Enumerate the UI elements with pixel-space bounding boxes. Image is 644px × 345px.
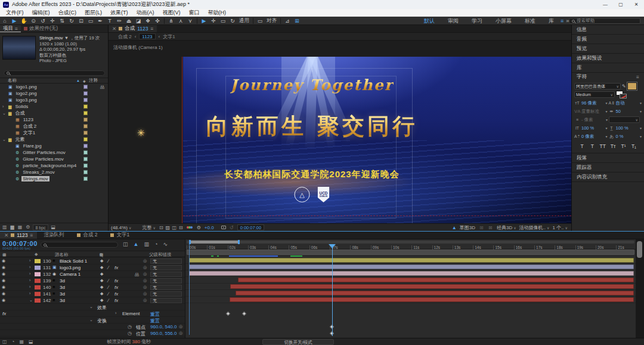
parent-pickwhip-icon[interactable]: ◎ bbox=[143, 285, 147, 289]
orbit-camera-tool-icon[interactable]: ↺ bbox=[38, 17, 48, 25]
fast-previews-icon[interactable]: ⊞ bbox=[478, 225, 485, 230]
project-item-row[interactable]: ⚙ Strings.mov bbox=[0, 175, 108, 182]
project-search-input[interactable] bbox=[4, 70, 105, 76]
timeline-graph-area[interactable]: :00s01s02s03s04s05s06s07s08s09s10s11s12s… bbox=[185, 239, 636, 338]
layer-name[interactable]: 3d bbox=[60, 298, 65, 303]
tab-composition-1123[interactable]: ✕ 合成 1123 ≡ bbox=[109, 25, 157, 32]
font-style-dropdown[interactable]: Medium∨ bbox=[574, 91, 615, 98]
layer-label-chip[interactable] bbox=[35, 259, 41, 263]
new-folder-icon[interactable]: ▆ bbox=[11, 224, 14, 230]
panel-menu-icon[interactable]: ≡ bbox=[15, 26, 18, 32]
layer-visibility-toggle[interactable]: ◉ bbox=[2, 298, 5, 303]
layer-name[interactable]: logo3.png bbox=[60, 265, 80, 270]
adjust-exposure-icon[interactable]: ⊠ bbox=[487, 225, 494, 230]
layer-visibility-toggle[interactable]: ◉ bbox=[2, 272, 5, 276]
layer-name[interactable]: Camera 1 bbox=[60, 272, 80, 277]
layer-fx-switch[interactable]: fx bbox=[114, 285, 118, 290]
parent-dropdown[interactable]: 无 bbox=[150, 278, 182, 284]
layer-bar-row[interactable] bbox=[185, 284, 636, 290]
brush-tool-icon[interactable]: ✏ bbox=[114, 17, 124, 25]
faux-style-button[interactable]: T¹ bbox=[620, 143, 628, 149]
draft-3d-label[interactable]: 草图3D bbox=[460, 224, 475, 231]
clone-stamp-tool-icon[interactable]: ⏏ bbox=[124, 17, 134, 25]
footage-name[interactable]: Strings.mov bbox=[39, 35, 63, 41]
folder-caret-icon[interactable]: ⌄ bbox=[2, 137, 6, 142]
label-color-chip[interactable] bbox=[83, 85, 88, 89]
layer-quality-slash[interactable]: ∕ bbox=[108, 298, 109, 303]
layer-quality-slash[interactable]: ∕ bbox=[108, 278, 109, 284]
playhead-line[interactable] bbox=[332, 244, 333, 336]
parent-pickwhip-icon[interactable]: ◎ bbox=[143, 265, 147, 270]
panel-section-header[interactable]: 信息 bbox=[572, 25, 644, 35]
stroke-style-dropdown[interactable]: ∨ bbox=[609, 116, 640, 123]
motion-blur-footer-icon[interactable]: ⬓ bbox=[29, 339, 33, 344]
panel-section-header[interactable]: 跟踪器 bbox=[572, 163, 644, 172]
faux-style-button[interactable]: Tт bbox=[609, 143, 617, 149]
menu-item[interactable]: 视图(V) bbox=[159, 9, 185, 17]
layer-visibility-toggle[interactable]: ◉ bbox=[2, 285, 5, 289]
tab-close-icon[interactable]: ✕ bbox=[4, 232, 8, 238]
layer-expand-caret[interactable]: › bbox=[29, 272, 30, 276]
character-panel-title[interactable]: 字符 bbox=[577, 73, 587, 81]
eraser-tool-icon[interactable]: ◪ bbox=[134, 17, 143, 25]
timeline-layer-row[interactable]: ◉ › 139 ■ 3d ◆ ∕ fx ◎ 无 bbox=[0, 278, 185, 284]
layer-bar-row[interactable] bbox=[185, 277, 636, 284]
folder-caret-icon[interactable]: ⌄ bbox=[2, 111, 6, 116]
puppet-pin-tool-icon[interactable]: ✜ bbox=[153, 17, 162, 25]
faux-style-button[interactable]: T₁ bbox=[630, 143, 638, 149]
tab-project[interactable]: 项目 ≡ bbox=[0, 25, 21, 32]
layer-property-row[interactable]: ◷ 锚点 960.0, 540.0 ◎ bbox=[0, 324, 185, 330]
workspace-tab[interactable]: 库 bbox=[549, 17, 554, 25]
panel-section-header[interactable]: 内容识别填充 bbox=[572, 172, 644, 182]
project-item-row[interactable]: ⌄ ▆ 元素 bbox=[0, 136, 108, 143]
project-item-row[interactable]: ▦ 1123 bbox=[0, 116, 108, 123]
hand-tool-icon[interactable]: ✋ bbox=[19, 17, 29, 25]
zoom-tool-icon[interactable]: ⊙ bbox=[29, 17, 38, 25]
layer-expand-caret[interactable]: › bbox=[29, 291, 30, 295]
layer-quality-switch[interactable]: ◆ bbox=[100, 272, 103, 276]
project-item-name[interactable]: Strings.mov bbox=[21, 176, 49, 181]
leading-value[interactable]: 自动 bbox=[616, 100, 625, 106]
draft-3d-icon[interactable]: ▲ bbox=[452, 225, 457, 230]
project-item-row[interactable]: ⚙ Glow Particles.mov bbox=[0, 156, 108, 162]
crumb-text-comp[interactable]: 文字1 bbox=[163, 33, 175, 40]
show-snapshot-icon[interactable]: ↺ bbox=[228, 225, 235, 230]
label-color-chip[interactable] bbox=[83, 124, 88, 128]
layer-expand-caret[interactable]: › bbox=[29, 278, 30, 282]
layer-label-chip[interactable] bbox=[35, 266, 41, 270]
project-item-name[interactable]: 文字1 bbox=[22, 130, 36, 136]
layer-visibility-toggle[interactable]: ◉ bbox=[2, 291, 5, 296]
property-value[interactable]: 960.0, 540.0 bbox=[150, 324, 177, 329]
label-color-chip[interactable] bbox=[83, 164, 88, 168]
tab-close-icon[interactable]: ✕ bbox=[112, 26, 116, 32]
view-axis-mode-icon[interactable]: ⋎ bbox=[185, 17, 195, 25]
property-caret[interactable]: ⌄ bbox=[89, 304, 93, 309]
menu-item[interactable]: 效果(T) bbox=[106, 9, 132, 17]
layer-duration-bar[interactable] bbox=[189, 264, 634, 269]
label-color-chip[interactable] bbox=[83, 104, 88, 109]
timeline-search-input[interactable] bbox=[41, 242, 118, 248]
delete-item-icon[interactable]: ⬓ bbox=[51, 224, 56, 230]
exposure-gear-icon[interactable]: ⚙ bbox=[196, 225, 202, 230]
project-item-row[interactable]: ▦ 合成 2 bbox=[0, 123, 108, 130]
layer-quality-switch[interactable]: ◆ bbox=[100, 285, 103, 289]
label-color-chip[interactable] bbox=[83, 91, 88, 96]
faux-style-button[interactable]: TT bbox=[599, 143, 607, 149]
render-time-icon[interactable]: ◔ bbox=[12, 339, 15, 344]
label-color-chip[interactable] bbox=[83, 98, 88, 102]
layer-fx-switch[interactable]: fx bbox=[114, 278, 118, 284]
panel-menu-icon[interactable]: ≡ bbox=[636, 74, 639, 80]
keyframe-diamond[interactable] bbox=[226, 312, 230, 316]
layer-label-chip[interactable] bbox=[35, 279, 41, 283]
layer-quality-slash[interactable]: ∕ bbox=[108, 265, 109, 270]
selection-behavior-icon[interactable]: ▶ bbox=[199, 17, 209, 25]
layer-property-row[interactable]: ⌄ 变换 重置 bbox=[0, 317, 185, 324]
property-pickwhip-icon[interactable]: ◎ bbox=[179, 331, 182, 335]
font-family-dropdown[interactable]: 阿里巴巴普惠体∨ bbox=[574, 83, 621, 90]
text-tool-icon[interactable]: T bbox=[105, 17, 114, 25]
project-item-row[interactable]: ⚙ Streaks_2.mov bbox=[0, 169, 108, 175]
faux-style-button[interactable]: T bbox=[588, 143, 596, 149]
align-checkbox-icon[interactable]: ▭ bbox=[255, 17, 265, 25]
column-comment[interactable]: 注释 bbox=[89, 78, 98, 84]
layer-expand-caret[interactable]: › bbox=[29, 258, 30, 263]
